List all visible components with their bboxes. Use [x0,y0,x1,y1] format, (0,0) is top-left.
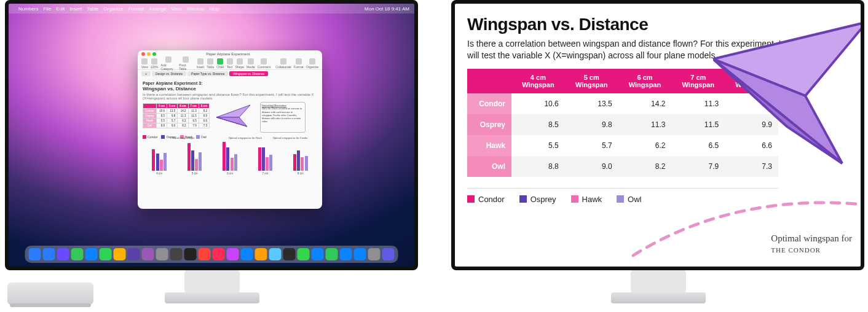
menubar-item-window[interactable]: Window [187,6,204,12]
toolbar-view-button[interactable]: View [141,58,148,69]
table-cell[interactable]: 14.2 [618,93,672,114]
dock-app-icon[interactable] [128,248,140,260]
data-table[interactable]: 4 cm Wingspan5 cm Wingspan6 cm Wingspan7… [467,69,778,177]
table-cell[interactable]: 5.5 [511,135,565,156]
chart-6cm[interactable]: 6 cm [213,140,247,175]
dock-app-icon[interactable] [184,248,197,260]
table-cell[interactable]: 8.2 [618,156,672,177]
table-cell[interactable]: 9.9 [725,114,778,135]
dock-app-icon[interactable] [340,248,352,260]
toolbar-text-button[interactable]: Text [227,58,233,69]
sheet-tab-design[interactable]: Design vs. Distance [152,71,186,76]
sheet-tab-wingspan[interactable]: Wingspan vs. Distance [229,71,268,76]
menubar-item-view[interactable]: View [172,6,182,12]
toolbar-organize-button[interactable]: Organize [306,58,318,69]
table-cell[interactable]: 9.8 [565,114,618,135]
numbers-toolbar[interactable]: View 125% Add Category Pivot Table Inser… [138,58,322,70]
table-row-header[interactable]: Osprey [467,114,511,135]
dock-app-icon[interactable] [326,248,338,260]
zoomed-document-view[interactable]: Wingspan vs. Distance Is there a correla… [455,4,861,267]
window-zoom-icon[interactable] [152,52,156,56]
table-cell[interactable]: 8.2 [725,93,778,114]
menubar-item-help[interactable]: Help [209,6,219,12]
dock-app-icon[interactable] [213,248,225,260]
macos-menubar[interactable]: Numbers File Edit Insert Table Organize … [9,4,414,14]
toolbar-category-button[interactable]: Add Category [161,57,177,71]
data-table-mini[interactable]: 4 cm5 cm6 cm7 cm8 cmCondor10.613.514.211… [143,103,210,128]
table-cell[interactable]: 8.5 [511,114,565,135]
menubar-item-arrange[interactable]: Arrange [149,6,166,12]
dock-app-icon[interactable] [142,248,154,260]
dock-app-icon[interactable] [255,248,267,260]
chart-5cm[interactable]: 5 cm [178,140,211,175]
dock-app-icon[interactable] [269,248,282,260]
chart-group[interactable]: 4 cm5 cm6 cm7 cm8 cmOverall longest flig… [143,140,317,175]
menubar-item-edit[interactable]: Edit [56,6,65,12]
table-cell[interactable]: 6.6 [725,135,778,156]
sheet-tab-bar[interactable]: + Design vs. Distance Paper Type vs. Dis… [138,70,322,77]
macos-dock[interactable] [25,246,398,263]
toolbar-zoom-button[interactable]: 125% [151,58,159,69]
dock-app-icon[interactable] [85,248,98,260]
table-cell[interactable]: 7.3 [725,156,778,177]
toolbar-media-button[interactable]: Media [247,58,255,69]
table-cell[interactable]: 5.7 [565,135,618,156]
dock-app-icon[interactable] [283,248,296,260]
observation-note[interactable]: Interesting Observation Only the Hawk re… [260,102,306,133]
menubar-app-name[interactable]: Numbers [18,6,38,12]
toolbar-pivot-button[interactable]: Pivot Table [179,57,192,71]
toolbar-insert-button[interactable]: Insert [197,58,205,69]
toolbar-comment-button[interactable]: Comment [258,58,271,69]
numbers-window[interactable]: Paper Airplane Experiment View 125% Add … [138,50,322,209]
dock-app-icon[interactable] [57,248,69,260]
toolbar-shape-button[interactable]: Shape [235,58,244,69]
menubar-item-insert[interactable]: Insert [69,6,82,12]
table-cell[interactable]: 7.9 [671,156,725,177]
table-cell[interactable]: 13.5 [565,93,618,114]
menubar-status-clock[interactable]: Mon Oct 18 9:41 AM [365,6,409,12]
table-cell[interactable]: 8.8 [511,156,565,177]
dock-app-icon[interactable] [71,248,84,260]
menubar-item-format[interactable]: Format [128,6,144,12]
dock-app-icon[interactable] [199,248,211,260]
dock-app-icon[interactable] [170,248,183,260]
dock-app-icon[interactable] [227,248,239,260]
table-cell[interactable]: 10.6 [511,93,565,114]
menubar-item-file[interactable]: File [43,6,51,12]
toolbar-table-button[interactable]: Table [207,58,214,69]
dock-app-icon[interactable] [312,248,324,260]
chart-8cm[interactable]: 8 cm [284,140,317,175]
dock-app-icon[interactable] [368,248,381,260]
window-close-icon[interactable] [141,52,145,56]
table-row-header[interactable]: Hawk [467,135,511,156]
dock-app-icon[interactable] [114,248,126,260]
sheet-tab-plus[interactable]: + [141,71,151,76]
dock-app-icon[interactable] [298,248,310,260]
table-row-header[interactable]: Condor [467,93,511,114]
table-cell[interactable]: 6.5 [671,135,725,156]
dock-app-icon[interactable] [100,248,112,260]
dock-app-icon[interactable] [354,248,366,260]
dock-app-icon[interactable] [29,248,41,260]
table-cell[interactable]: 6.2 [618,135,672,156]
chart-4cm[interactable]: 4 cm [143,140,176,175]
dock-app-icon[interactable] [43,248,55,260]
chart-7cm[interactable]: 7 cm [248,140,282,175]
toolbar-collaborate-button[interactable]: Collaborate [275,58,291,69]
chart-axis-label: 8 cm [298,172,304,175]
menubar-item-organize[interactable]: Organize [103,6,123,12]
dock-app-icon[interactable] [382,248,395,260]
table-cell[interactable]: 11.3 [618,114,672,135]
table-cell[interactable]: 11.5 [671,114,725,135]
window-minimize-icon[interactable] [147,52,151,56]
table-row-header[interactable]: Owl [467,156,511,177]
table-cell[interactable]: 9.0 [565,156,618,177]
sheet-tab-paper[interactable]: Paper Type vs. Distance [187,71,228,76]
menubar-item-table[interactable]: Table [87,6,98,12]
toolbar-chart-button[interactable]: Chart [216,58,224,69]
dock-app-icon[interactable] [156,248,168,260]
document-canvas[interactable]: Paper Airplane Experiment 3: Wingspan vs… [138,77,322,177]
table-cell[interactable]: 11.3 [671,93,725,114]
toolbar-format-button[interactable]: Format [294,58,304,69]
dock-app-icon[interactable] [241,248,253,260]
